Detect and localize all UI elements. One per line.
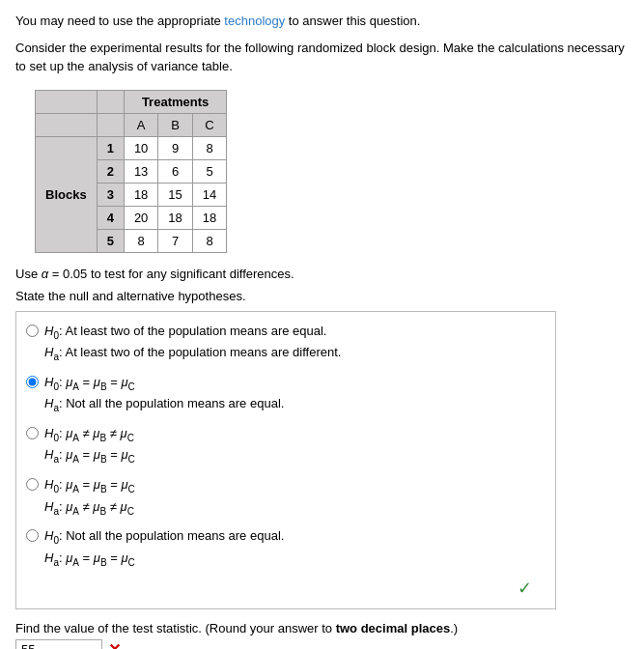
- hypothesis-option-2: H0: μA = μB = μC Ha: Not all the populat…: [26, 373, 542, 416]
- cell-5-a: 8: [124, 229, 157, 252]
- h0-line-2: H0: μA = μB = μC: [44, 373, 284, 395]
- row-num-3: 3: [97, 183, 124, 206]
- row-num-2: 2: [97, 159, 124, 183]
- h0-line-1: H0: At least two of the population means…: [44, 322, 341, 344]
- cell-4-a: 20: [124, 206, 157, 229]
- cell-1-a: 10: [124, 136, 157, 159]
- hypothesis-text-5: H0: Not all the population means are equ…: [44, 526, 284, 570]
- cell-3-b: 15: [158, 183, 192, 206]
- hypotheses-box: H0: At least two of the population means…: [15, 311, 556, 610]
- test-statistic-input[interactable]: [15, 639, 102, 649]
- row-num-1: 1: [97, 136, 124, 159]
- test-statistic-wrong-icon: ✕: [108, 640, 121, 649]
- hypothesis-option-5: H0: Not all the population means are equ…: [26, 526, 542, 570]
- empty-row-2-2: [97, 113, 124, 136]
- h0-line-5: H0: Not all the population means are equ…: [44, 526, 284, 549]
- state-hypotheses-label: State the null and alternative hypothese…: [15, 289, 629, 303]
- ha-line-5: Ha: μA = μB = μC: [44, 549, 284, 571]
- ha-line-2: Ha: Not all the population means are equ…: [44, 394, 284, 416]
- hypothesis-text-1: H0: At least two of the population means…: [44, 322, 341, 365]
- cell-4-c: 18: [192, 206, 226, 229]
- cell-4-b: 18: [158, 206, 192, 229]
- ha-line-1: Ha: At least two of the population means…: [44, 343, 341, 365]
- h0-line-4: H0: μA = μB = μC: [44, 475, 135, 497]
- hypothesis-radio-5[interactable]: [26, 529, 39, 542]
- checkmark-icon: ✓: [518, 578, 532, 599]
- test-statistic-label: Find the value of the test statistic. (R…: [15, 621, 629, 635]
- cell-5-b: 7: [158, 229, 192, 252]
- row-num-4: 4: [97, 206, 124, 229]
- cell-3-a: 18: [124, 183, 157, 206]
- ha-line-3: Ha: μA = μB = μC: [44, 445, 135, 467]
- ha-line-4: Ha: μA ≠ μB ≠ μC: [44, 497, 135, 520]
- hypothesis-radio-4[interactable]: [26, 478, 39, 491]
- empty-row-2-1: [36, 113, 98, 136]
- cell-2-b: 6: [158, 159, 192, 183]
- hypothesis-option-3: H0: μA ≠ μB ≠ μC Ha: μA = μB = μC: [26, 424, 542, 467]
- col-header-c: C: [192, 113, 226, 136]
- anova-table: Treatments A B C Blocks 1 10 9 8 2 13 6: [35, 90, 227, 253]
- cell-1-c: 8: [192, 136, 226, 159]
- col-header-a: A: [124, 113, 157, 136]
- test-statistic-section: Find the value of the test statistic. (R…: [15, 621, 629, 649]
- test-statistic-input-row: ✕: [15, 639, 629, 649]
- blocks-label: Blocks: [36, 136, 98, 252]
- empty-top-middle: [97, 90, 124, 113]
- cell-1-b: 9: [158, 136, 192, 159]
- hypothesis-text-4: H0: μA = μB = μC Ha: μA ≠ μB ≠ μC: [44, 475, 135, 519]
- hypothesis-radio-1[interactable]: [26, 324, 39, 337]
- cell-2-c: 5: [192, 159, 226, 183]
- row-num-5: 5: [97, 229, 124, 252]
- h0-line-3: H0: μA ≠ μB ≠ μC: [44, 424, 135, 446]
- cell-2-a: 13: [124, 159, 157, 183]
- treatments-header: Treatments: [124, 90, 226, 113]
- hypothesis-option-4: H0: μA = μB = μC Ha: μA ≠ μB ≠ μC: [26, 475, 542, 519]
- cell-5-c: 8: [192, 229, 226, 252]
- hypothesis-radio-2[interactable]: [26, 376, 39, 388]
- empty-top-left: [36, 90, 98, 113]
- technology-link[interactable]: technology: [224, 14, 285, 28]
- test-stat-bold: two decimal places: [336, 621, 451, 635]
- data-table-container: Treatments A B C Blocks 1 10 9 8 2 13 6: [35, 90, 629, 253]
- hypothesis-text-3: H0: μA ≠ μB ≠ μC Ha: μA = μB = μC: [44, 424, 135, 467]
- col-header-b: B: [158, 113, 192, 136]
- hypothesis-option-1: H0: At least two of the population means…: [26, 322, 542, 365]
- cell-3-c: 14: [192, 183, 226, 206]
- hypothesis-text-2: H0: μA = μB = μC Ha: Not all the populat…: [44, 373, 284, 416]
- hypothesis-radio-3[interactable]: [26, 427, 39, 439]
- intro-line2: Consider the experimental results for th…: [15, 39, 629, 76]
- checkmark-row: ✓: [26, 578, 542, 599]
- intro-line1: You may need to use the appropriate tech…: [15, 12, 629, 31]
- alpha-line: Use α = 0.05 to test for any significant…: [15, 267, 629, 281]
